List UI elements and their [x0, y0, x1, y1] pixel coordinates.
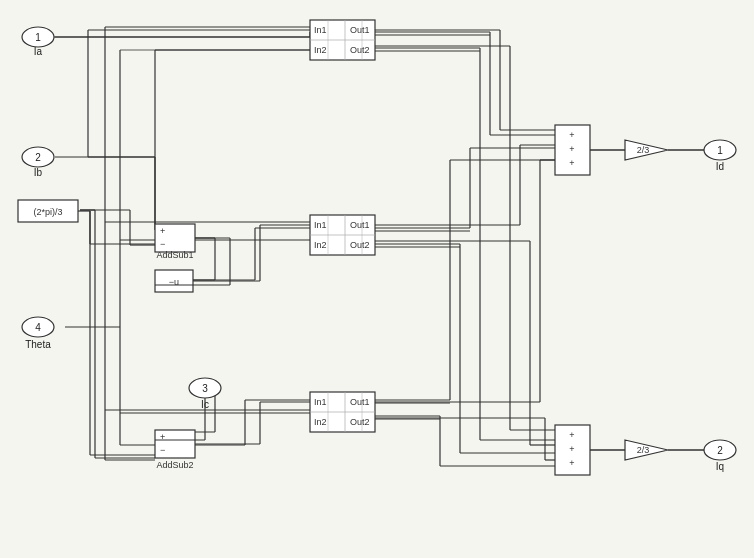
p3-out1-label: Out1 [350, 397, 370, 407]
p1-in1-label: In1 [314, 25, 327, 35]
simulink-diagram: 1 Ia 2 Ib (2*pi)/3 4 Theta 3 Ic + − AddS… [0, 0, 754, 558]
sum2-plus1: + [569, 430, 574, 440]
port-ib-label: Ib [34, 167, 43, 178]
port-ia-num: 1 [35, 32, 41, 43]
p1-out2-label: Out2 [350, 45, 370, 55]
port-ib-num: 2 [35, 152, 41, 163]
port-id-num: 1 [717, 145, 723, 156]
p1-out1-label: Out1 [350, 25, 370, 35]
sum1-plus1: + [569, 130, 574, 140]
p2-in1-label: In1 [314, 220, 327, 230]
p3-in2-label: In2 [314, 417, 327, 427]
sum1-plus3: + [569, 158, 574, 168]
sum1-plus2: + [569, 144, 574, 154]
port-id-label: Id [716, 161, 724, 172]
port-ic-num: 3 [202, 383, 208, 394]
p3-out2-label: Out2 [350, 417, 370, 427]
gain2-label: 2/3 [637, 445, 650, 455]
addsub1-plus1: + [160, 226, 165, 236]
p2-in2-label: In2 [314, 240, 327, 250]
addsub2-minus: − [160, 445, 165, 455]
sum2-plus2: + [569, 444, 574, 454]
port-theta-num: 4 [35, 322, 41, 333]
addsub2-label: AddSub2 [156, 460, 193, 470]
svg-rect-0 [0, 0, 754, 558]
addsub1-minus: − [160, 239, 165, 249]
sum2-plus3: + [569, 458, 574, 468]
p1-in2-label: In2 [314, 45, 327, 55]
port-iq-label: Iq [716, 461, 724, 472]
p2-out2-label: Out2 [350, 240, 370, 250]
p3-in1-label: In1 [314, 397, 327, 407]
port-iq-num: 2 [717, 445, 723, 456]
p2-out1-label: Out1 [350, 220, 370, 230]
port-theta-label: Theta [25, 339, 51, 350]
gain1-label: 2/3 [637, 145, 650, 155]
pi-block-label: (2*pi)/3 [33, 207, 62, 217]
port-ia-label: Ia [34, 46, 43, 57]
addsub1-label: AddSub1 [156, 250, 193, 260]
